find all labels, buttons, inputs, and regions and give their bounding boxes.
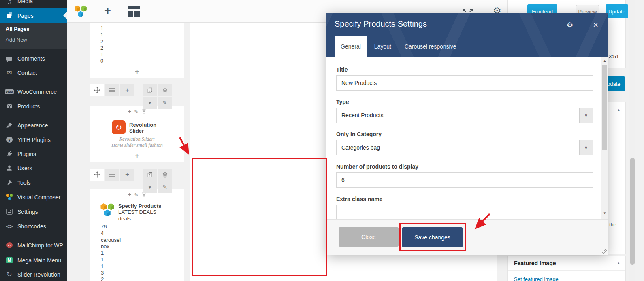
- modal-close-icon[interactable]: ×: [593, 22, 598, 28]
- sidebar-item-tools[interactable]: Tools: [0, 175, 67, 190]
- edit-pencil-icon[interactable]: ✎: [158, 181, 172, 193]
- vc-column-controls: + ▼ ✎: [90, 84, 135, 96]
- featured-image-header[interactable]: Featured Image ▲: [508, 256, 625, 271]
- sidebar-item-label: Appearance: [17, 122, 48, 129]
- tab-layout[interactable]: Layout: [368, 36, 397, 57]
- copy-icon[interactable]: [143, 84, 157, 96]
- type-select-value: Recent Products: [341, 112, 384, 118]
- sidebar-item-mega-main-menu[interactable]: M Mega Main Menu: [0, 253, 67, 267]
- toggle-caret-icon[interactable]: ▼: [143, 181, 157, 193]
- trash-icon[interactable]: [141, 108, 147, 115]
- param-line: 1: [101, 250, 184, 256]
- specify-products-element[interactable]: Specify Products LATEST DEALS deals: [100, 203, 184, 222]
- add-element-toolbar-button[interactable]: +: [94, 0, 122, 22]
- title-field-input[interactable]: [336, 75, 593, 91]
- edit-pencil-icon[interactable]: ✎: [134, 192, 139, 198]
- collapse-arrow-icon[interactable]: ▲: [617, 261, 621, 265]
- comments-icon: [5, 57, 13, 61]
- trash-icon[interactable]: [158, 169, 172, 181]
- modal-body: Title Type Recent Products ∨ Only In Cat…: [326, 57, 608, 220]
- sidebar-item-users[interactable]: Users: [0, 161, 67, 175]
- sidebar-item-label: Slider Revolution: [17, 271, 60, 278]
- page-scrollbar-thumb[interactable]: [630, 158, 635, 265]
- sidebar-item-label: WooCommerce: [17, 89, 57, 95]
- add-icon[interactable]: +: [128, 108, 131, 115]
- submenu-add-new[interactable]: Add New: [0, 34, 67, 45]
- save-changes-button[interactable]: Save changes: [402, 227, 463, 247]
- pages-icon: [5, 13, 13, 18]
- class-field-input[interactable]: [336, 205, 593, 220]
- vc-logo-button[interactable]: [67, 0, 94, 22]
- add-column-button[interactable]: +: [120, 169, 134, 181]
- tab-general[interactable]: General: [335, 36, 367, 57]
- sidebar-item-label: MailChimp for WP: [17, 242, 63, 249]
- drag-move-icon[interactable]: [90, 84, 104, 96]
- sidebar-item-label: Pages: [17, 13, 34, 19]
- set-featured-image-link[interactable]: Set featured image: [514, 276, 559, 281]
- class-field-label: Extra class name: [336, 196, 593, 202]
- templates-toolbar-button[interactable]: [122, 0, 147, 22]
- sidebar-item-contact[interactable]: ✉ Contact: [0, 65, 67, 80]
- add-element-button[interactable]: +: [90, 152, 184, 161]
- publish-update-button[interactable]: pdate: [606, 76, 625, 91]
- add-element-button[interactable]: +: [90, 67, 184, 76]
- copy-icon[interactable]: [143, 169, 157, 181]
- submenu-all-pages[interactable]: All Pages: [0, 23, 67, 34]
- sidebar-item-slider-revolution[interactable]: ↻ Slider Revolution: [0, 267, 67, 281]
- vc-column-block: 112210 +: [90, 22, 184, 78]
- param-line: 2: [100, 45, 184, 51]
- sidebar-item-woocommerce[interactable]: Woo WooCommerce: [0, 85, 67, 99]
- count-field-input[interactable]: [336, 172, 593, 188]
- sidebar-item-mailchimp[interactable]: MailChimp for WP: [0, 238, 67, 252]
- sidebar-item-shortcodes[interactable]: <> Shortcodes: [0, 219, 67, 233]
- woocommerce-icon: Woo: [5, 89, 13, 94]
- sidebar-item-settings[interactable]: Settings: [0, 205, 67, 219]
- publish-time-fragment: 3:51: [609, 53, 619, 59]
- add-icon[interactable]: +: [128, 191, 131, 199]
- sidebar-item-label: Visual Composer: [17, 194, 60, 201]
- toggle-caret-icon[interactable]: ▼: [143, 97, 157, 109]
- modal-minimize-icon[interactable]: [580, 23, 586, 27]
- vc-column-block: + ✎ ↻ Revolution Slider Revolution Slide…: [90, 106, 184, 162]
- modal-resize-handle[interactable]: [602, 249, 607, 254]
- sidebar-item-pages[interactable]: Pages: [0, 8, 67, 23]
- sidebar-item-plugins[interactable]: Plugins: [0, 147, 67, 161]
- element-description: Revolution Slider:: [90, 136, 184, 142]
- tab-carousel-responsive[interactable]: Carousel responsive: [399, 36, 463, 57]
- type-select[interactable]: Recent Products ∨: [336, 108, 593, 123]
- sidebar-item-appearance[interactable]: Appearance: [0, 118, 67, 132]
- rotate-arrows-icon: ↻: [5, 270, 13, 278]
- scroll-down-icon[interactable]: ▼: [601, 210, 608, 216]
- trash-icon[interactable]: [158, 84, 172, 96]
- specify-products-settings-modal: Specify Products Settings ⚙ × General La…: [326, 13, 608, 255]
- sidebar-item-label: Contact: [17, 70, 37, 76]
- chevron-down-icon: ∨: [579, 108, 593, 123]
- close-button[interactable]: Close: [339, 227, 399, 247]
- sidebar-item-products[interactable]: Products: [0, 99, 67, 113]
- mailchimp-icon: [5, 242, 13, 248]
- sidebar-item-label: Users: [17, 165, 32, 171]
- pages-submenu: All Pages Add New: [0, 23, 67, 49]
- sidebar-item-yith-plugins[interactable]: y YITH Plugins: [0, 133, 67, 147]
- revolution-slider-element[interactable]: ↻ Revolution Slider: [90, 120, 184, 134]
- package-icon: [5, 103, 13, 109]
- sidebar-item-visual-composer[interactable]: Visual Composer: [0, 190, 67, 204]
- add-column-button[interactable]: +: [120, 84, 134, 96]
- category-select[interactable]: Categories bag ∨: [336, 140, 593, 155]
- update-button[interactable]: Update: [606, 4, 628, 18]
- modal-gear-icon[interactable]: ⚙: [567, 21, 573, 30]
- edit-pencil-icon[interactable]: ✎: [158, 97, 172, 109]
- modal-scrollbar-thumb[interactable]: [602, 65, 607, 150]
- collapse-arrow-icon[interactable]: ▲: [617, 108, 621, 112]
- page-scrollbar[interactable]: [629, 0, 635, 281]
- edit-pencil-icon[interactable]: ✎: [134, 109, 139, 115]
- scroll-up-icon[interactable]: ▲: [601, 57, 608, 64]
- sidebar-item-label: Plugins: [17, 151, 36, 157]
- sidebar-item-media[interactable]: ♫ Media: [0, 0, 67, 8]
- modal-scrollbar[interactable]: ▲ ▼: [601, 57, 608, 220]
- row-layout-icon[interactable]: [105, 169, 119, 181]
- row-layout-icon[interactable]: [105, 84, 119, 96]
- sidebar-item-comments[interactable]: Comments: [0, 51, 67, 65]
- drag-move-icon[interactable]: [90, 169, 104, 181]
- sidebar-item-label: Comments: [17, 55, 45, 62]
